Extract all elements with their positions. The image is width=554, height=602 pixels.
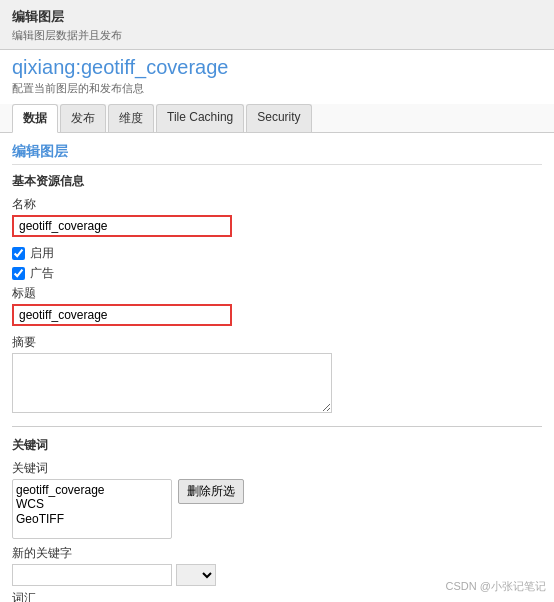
keyword-item[interactable]: geotiff_coverage	[16, 483, 168, 497]
tab-tile-caching[interactable]: Tile Caching	[156, 104, 244, 132]
enabled-label: 启用	[30, 245, 54, 262]
page-header: 编辑图层 编辑图层数据并且发布	[0, 0, 554, 50]
watermark: CSDN @小张记笔记	[446, 579, 546, 594]
keywords-section-label: 关键词	[12, 437, 542, 454]
abstract-textarea[interactable]	[12, 353, 332, 413]
keywords-section: 关键词 关键词 geotiff_coverage WCS GeoTIFF 删除所…	[12, 437, 542, 602]
keyword-item[interactable]: GeoTIFF	[16, 512, 168, 526]
tab-bar: 数据 发布 维度 Tile Caching Security	[0, 104, 554, 133]
divider-1	[12, 426, 542, 427]
title-group: 标题	[12, 285, 542, 326]
tab-data[interactable]: 数据	[12, 104, 58, 133]
basic-info-title: 基本资源信息	[12, 173, 542, 190]
new-keyword-input[interactable]	[12, 564, 172, 586]
enabled-group: 启用	[12, 245, 542, 262]
main-content: 编辑图层 基本资源信息 名称 启用 广告 标题 摘要 关键词 关键词 geoti…	[0, 133, 554, 602]
new-keyword-label: 新的关键字	[12, 545, 216, 562]
ad-label: 广告	[30, 265, 54, 282]
layer-desc: 配置当前图层的和发布信息	[0, 81, 554, 104]
title-label: 标题	[12, 285, 542, 302]
keyword-item[interactable]: WCS	[16, 497, 168, 511]
keywords-label: 关键词	[12, 460, 542, 477]
tab-security[interactable]: Security	[246, 104, 311, 132]
remove-keywords-button[interactable]: 删除所选	[178, 479, 244, 504]
title-input[interactable]	[12, 304, 232, 326]
tab-publish[interactable]: 发布	[60, 104, 106, 132]
page-subtitle: 编辑图层数据并且发布	[12, 28, 542, 43]
name-input[interactable]	[12, 215, 232, 237]
abstract-group: 摘要	[12, 334, 542, 416]
name-label: 名称	[12, 196, 542, 213]
abstract-label: 摘要	[12, 334, 542, 351]
ad-checkbox[interactable]	[12, 267, 25, 280]
keywords-listbox[interactable]: geotiff_coverage WCS GeoTIFF	[12, 479, 172, 539]
ad-group: 广告	[12, 265, 542, 282]
enabled-checkbox[interactable]	[12, 247, 25, 260]
page-title: 编辑图层	[12, 8, 542, 26]
keywords-row: geotiff_coverage WCS GeoTIFF 删除所选	[12, 479, 542, 539]
name-group: 名称	[12, 196, 542, 237]
section-title: 编辑图层	[12, 143, 542, 165]
new-keyword-lang-select[interactable]	[176, 564, 216, 586]
new-keyword-label-wrapper: 新的关键字	[12, 545, 216, 586]
tab-dimension[interactable]: 维度	[108, 104, 154, 132]
layer-name: qixiang:geotiff_coverage	[0, 50, 554, 81]
